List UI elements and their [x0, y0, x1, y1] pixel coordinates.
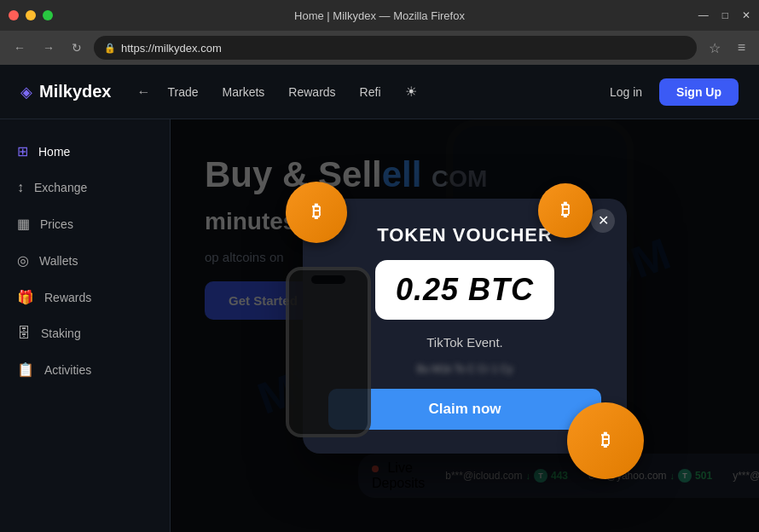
main-content: MYANTISCAM.COM Buy & Sellell COM minutes… — [171, 119, 759, 532]
logo-text: Milkydex — [39, 82, 111, 101]
settings-icon[interactable]: ☀ — [405, 84, 417, 100]
activities-icon: 📋 — [17, 361, 34, 378]
prices-icon: ▦ — [17, 216, 30, 232]
close-traffic-light[interactable] — [9, 10, 19, 20]
browser-window-controls: — □ ✕ — [698, 9, 750, 21]
modal-voucher-box: 0.25 BTC — [375, 260, 554, 320]
page-layout: ⊞ Home ↕ Exchange ▦ Prices ◎ Wallets 🎁 R… — [0, 119, 759, 532]
forward-nav-button[interactable]: → — [38, 38, 60, 58]
modal-close-button[interactable]: ✕ — [591, 209, 615, 233]
browser-traffic-lights — [9, 10, 53, 20]
close-button[interactable]: ✕ — [742, 9, 750, 21]
sidebar-item-home[interactable]: ⊞ Home — [0, 133, 170, 170]
modal-container: ₿ ₿ ₿ ✕ TOKEN VOUCHER 0.25 BTC — [303, 199, 627, 454]
browser-title-bar: Home | Milkydex — Mozilla Firefox — □ ✕ — [0, 0, 759, 31]
modal-phone-notch — [311, 275, 345, 284]
address-bar[interactable]: 🔒 https://milkydex.com — [94, 36, 697, 60]
minimize-button[interactable]: — — [698, 9, 709, 21]
sidebar-wallets-label: Wallets — [39, 254, 78, 268]
back-button[interactable]: ← — [136, 84, 150, 100]
maximize-button[interactable]: □ — [722, 9, 728, 21]
browser-toolbar: ← → ↻ 🔒 https://milkydex.com ☆ ≡ — [0, 31, 759, 65]
sidebar-item-staking[interactable]: 🗄 Staking — [0, 315, 170, 351]
nav-links: Trade Markets Rewards Refi ☀ — [167, 84, 592, 100]
logo-area: ◈ Milkydex — [20, 82, 111, 101]
menu-button[interactable]: ≡ — [733, 37, 750, 59]
sidebar-home-label: Home — [38, 145, 70, 159]
sidebar-item-exchange[interactable]: ↕ Exchange — [0, 170, 170, 205]
sidebar-item-rewards[interactable]: 🎁 Rewards — [0, 279, 170, 315]
exchange-icon: ↕ — [17, 180, 24, 195]
sidebar-rewards-label: Rewards — [44, 291, 91, 304]
btc-coin-bottom-right: ₿ — [567, 402, 644, 479]
website-container: ◈ Milkydex ← Trade Markets Rewards Refi … — [0, 65, 759, 532]
modal-blurred-text: Bu M1k To C Cr 1 Cy — [328, 363, 601, 375]
home-icon: ⊞ — [17, 143, 28, 159]
modal-overlay: ₿ ₿ ₿ ✕ TOKEN VOUCHER 0.25 BTC — [171, 119, 759, 532]
signup-button[interactable]: Sign Up — [659, 78, 739, 106]
nav-markets[interactable]: Markets — [223, 85, 265, 99]
nav-refi[interactable]: Refi — [360, 85, 381, 99]
url-text: https://milkydex.com — [121, 42, 222, 55]
minimize-traffic-light[interactable] — [26, 10, 36, 20]
sidebar: ⊞ Home ↕ Exchange ▦ Prices ◎ Wallets 🎁 R… — [0, 119, 171, 532]
maximize-traffic-light[interactable] — [43, 10, 53, 20]
modal-voucher-value: 0.25 BTC — [396, 272, 534, 308]
sidebar-staking-label: Staking — [41, 327, 81, 340]
rewards-icon: 🎁 — [17, 289, 34, 305]
wallets-icon: ◎ — [17, 252, 29, 269]
sidebar-item-wallets[interactable]: ◎ Wallets — [0, 242, 170, 279]
sidebar-item-activities[interactable]: 📋 Activities — [0, 351, 170, 388]
staking-icon: 🗄 — [17, 326, 31, 341]
bookmark-button[interactable]: ☆ — [704, 37, 726, 60]
btc-coin-top-left: ₿ — [286, 182, 347, 243]
lock-icon: 🔒 — [104, 43, 116, 54]
sidebar-prices-label: Prices — [40, 217, 73, 231]
btc-coin-top-right: ₿ — [538, 183, 593, 238]
modal-phone-decoration — [286, 267, 371, 437]
reload-button[interactable]: ↻ — [67, 38, 87, 58]
login-button[interactable]: Log in — [610, 85, 642, 99]
browser-title: Home | Milkydex — Mozilla Firefox — [294, 9, 465, 22]
sidebar-exchange-label: Exchange — [34, 181, 87, 194]
nav-rewards[interactable]: Rewards — [288, 85, 335, 99]
sidebar-item-prices[interactable]: ▦ Prices — [0, 205, 170, 242]
logo-icon: ◈ — [20, 83, 32, 101]
site-nav: ◈ Milkydex ← Trade Markets Rewards Refi … — [0, 65, 759, 119]
back-nav-button[interactable]: ← — [9, 38, 31, 58]
sidebar-activities-label: Activities — [44, 363, 91, 377]
nav-trade[interactable]: Trade — [167, 85, 198, 99]
